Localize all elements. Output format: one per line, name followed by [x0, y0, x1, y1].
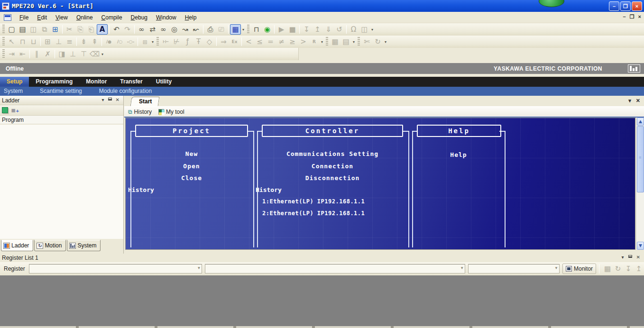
- toolbar-drag-handle[interactable]: [2, 25, 5, 34]
- mdi-restore-button[interactable]: ❐: [630, 14, 635, 20]
- help-link[interactable]: Help: [450, 151, 467, 158]
- tab-monitor[interactable]: Monitor: [79, 77, 113, 87]
- find-in-project-icon[interactable]: ∞: [158, 24, 169, 35]
- register-close-icon[interactable]: ✕: [636, 255, 640, 260]
- toolbar-dropdown-arrow[interactable]: ▾: [150, 40, 155, 44]
- menu-compile[interactable]: Compile: [97, 13, 127, 22]
- toolbar-dropdown-arrow[interactable]: ▾: [320, 40, 324, 44]
- read-from-controller-icon[interactable]: ↥: [312, 24, 323, 35]
- insert-object-icon[interactable]: ◨: [56, 49, 67, 59]
- force-update-icon[interactable]: ↻: [372, 36, 383, 47]
- comment-restore-icon[interactable]: ✗: [42, 49, 53, 59]
- panel-dropdown-icon[interactable]: ▾: [102, 97, 104, 102]
- vertical-scrollbar[interactable]: ▲ ▼: [636, 118, 644, 250]
- goto-prev-icon[interactable]: ↜: [191, 24, 202, 35]
- coil-out-icon[interactable]: -○-: [125, 36, 136, 47]
- tab-ladder[interactable]: Ladder: [1, 240, 33, 251]
- toolbar-drag-handle[interactable]: [2, 49, 5, 59]
- redo-icon[interactable]: ↷: [122, 24, 133, 35]
- refresh-icon[interactable]: ↻: [613, 264, 623, 274]
- communications-setting-link[interactable]: Communications Setting: [286, 150, 378, 157]
- rung-vertical-icon[interactable]: ⊥: [53, 36, 64, 47]
- rung-horizontal-icon[interactable]: ≡: [64, 36, 75, 47]
- toolbar-drag-handle[interactable]: [2, 37, 5, 46]
- stop-icon[interactable]: ■: [287, 24, 298, 35]
- logic-instruction-icon[interactable]: Ŧ: [193, 36, 204, 47]
- cut-icon[interactable]: ✂: [64, 24, 75, 35]
- contact-instruction-icon[interactable]: ⊦⊢: [160, 36, 171, 47]
- menu-view[interactable]: View: [51, 13, 72, 22]
- compare-le-icon[interactable]: ≤: [254, 36, 265, 47]
- compare-ge-icon[interactable]: ≥: [287, 36, 298, 47]
- math-instruction-icon[interactable]: ƒ: [182, 36, 193, 47]
- search-detail-icon[interactable]: ◎: [169, 24, 180, 35]
- subitem-system[interactable]: System: [0, 87, 29, 96]
- export-register-icon[interactable]: ↥: [634, 264, 644, 274]
- scroll-down-arrow[interactable]: ▼: [637, 242, 644, 250]
- print-preview-icon[interactable]: ⎚: [216, 24, 227, 35]
- tab-transfer[interactable]: Transfer: [113, 77, 149, 87]
- menu-online[interactable]: Online: [72, 13, 97, 22]
- register-table-icon[interactable]: ▦: [602, 264, 613, 274]
- scroll-thumb[interactable]: [637, 126, 644, 192]
- register-address-combo[interactable]: ▼: [29, 264, 202, 273]
- compare-gt-icon[interactable]: >: [298, 36, 309, 47]
- insert-row-above-icon[interactable]: ⇞: [89, 36, 100, 47]
- compare-ne-icon[interactable]: ≠: [276, 36, 287, 47]
- project-new-link[interactable]: New: [185, 150, 198, 157]
- tab-system[interactable]: System: [67, 240, 101, 251]
- monitor-toggle-button[interactable]: Monitor: [562, 264, 596, 274]
- my-tool-button[interactable]: My tool: [158, 109, 184, 115]
- toolbar-dropdown-arrow[interactable]: ▾: [383, 40, 388, 44]
- goto-next-icon[interactable]: ↝: [180, 24, 191, 35]
- indent-left-icon[interactable]: ⇤: [17, 49, 28, 59]
- disable-cut-icon[interactable]: ✄: [361, 36, 372, 47]
- tab-setup[interactable]: Setup: [0, 77, 29, 87]
- save-all-icon[interactable]: ⧉: [39, 24, 50, 35]
- close-button[interactable]: ×: [632, 1, 642, 11]
- menu-window[interactable]: Window: [152, 13, 181, 22]
- compare-lt-icon[interactable]: <: [243, 36, 254, 47]
- toolbar-dropdown-arrow[interactable]: ▾: [370, 27, 375, 32]
- pane-close-icon[interactable]: ✕: [636, 98, 640, 104]
- bookmark-icon[interactable]: ⊤: [78, 49, 89, 59]
- scroll-up-arrow[interactable]: ▲: [637, 118, 644, 126]
- lock-icon[interactable]: Ω: [348, 24, 359, 35]
- table-program-icon[interactable]: ▦: [330, 36, 340, 47]
- project-close-link[interactable]: Close: [181, 174, 202, 182]
- coil-instruction-icon[interactable]: ⊬: [171, 36, 182, 47]
- paste-icon[interactable]: ⎗: [86, 24, 97, 35]
- connection-link[interactable]: Connection: [312, 163, 353, 170]
- replace-icon[interactable]: ⇄: [147, 24, 158, 35]
- menu-help[interactable]: Help: [181, 13, 201, 22]
- import-icon[interactable]: ⊞: [50, 24, 61, 35]
- toolbar-drag-handle[interactable]: [156, 37, 159, 46]
- menu-file[interactable]: File: [15, 13, 33, 22]
- delete-bookmark-icon[interactable]: ⌫: [89, 49, 100, 59]
- save-icon[interactable]: ◫: [28, 24, 39, 35]
- indent-right-icon[interactable]: ⇥: [6, 49, 17, 59]
- open-file-icon[interactable]: ▤: [17, 24, 28, 35]
- toolbar-drag-handle[interactable]: [247, 25, 249, 34]
- select-mode-icon[interactable]: ↖: [6, 36, 17, 47]
- translate-icon[interactable]: A: [97, 24, 108, 35]
- nc-contact-icon[interactable]: ⊔: [28, 36, 39, 47]
- no-contact-icon[interactable]: ⊓: [17, 36, 28, 47]
- save-to-flash-icon[interactable]: ◫: [359, 24, 370, 35]
- toolbar-dropdown-arrow[interactable]: ▾: [100, 52, 105, 56]
- online-connection-icon[interactable]: ◉: [262, 24, 273, 35]
- write-into-controller-icon[interactable]: ↧: [301, 24, 312, 35]
- register-pin-icon[interactable]: [628, 255, 632, 258]
- print-icon[interactable]: ⎙: [205, 24, 216, 35]
- toolbar-dropdown-arrow[interactable]: ▾: [351, 40, 356, 44]
- subitem-module-configuration[interactable]: Module configuration: [95, 87, 158, 96]
- system-monitor-icon[interactable]: [628, 64, 640, 73]
- program-tree-root[interactable]: Program: [0, 116, 123, 124]
- restore-button[interactable]: ❐: [620, 1, 631, 11]
- tab-motion[interactable]: ↻ Motion: [34, 240, 66, 251]
- tab-utility[interactable]: Utility: [149, 77, 178, 87]
- table-edit-icon[interactable]: ▤: [340, 36, 351, 47]
- new-file-icon[interactable]: ▢: [6, 24, 17, 35]
- expression-icon[interactable]: ⇒: [218, 36, 229, 47]
- pane-dropdown-icon[interactable]: ▾: [628, 98, 631, 104]
